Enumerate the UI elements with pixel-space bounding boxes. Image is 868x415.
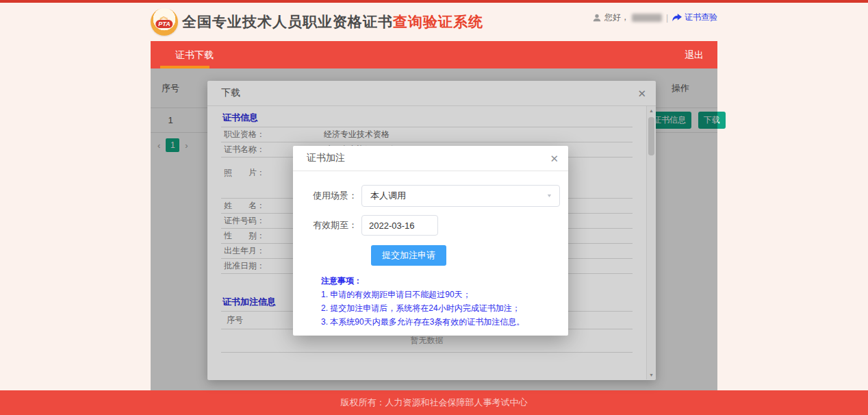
annotation-modal-body: 使用场景： 本人调用 ▼ 有效期至： 提交加注申请 注意事项： 1. 申请的有效… <box>293 171 568 329</box>
user-icon <box>592 13 602 23</box>
redacted-username <box>632 14 662 22</box>
main-navbar: 证书下载 退出 <box>151 41 717 68</box>
scene-label: 使用场景： <box>303 190 357 202</box>
expiry-form-row: 有效期至： <box>303 215 560 236</box>
share-arrow-icon <box>672 13 682 22</box>
note-line-3: 3. 本系统90天内最多允许存在3条有效的证书加注信息。 <box>321 315 560 329</box>
content-area: 序号 操作 1 证书信息 下载 ‹ 1 › 下载 ✕ ▲ ▼ 证书信息 <box>151 68 717 390</box>
chevron-down-icon: ▼ <box>546 193 552 199</box>
userbar-divider: | <box>666 13 668 23</box>
tab-certificate-download[interactable]: 证书下载 <box>160 41 229 68</box>
annotation-modal: 证书加注 ✕ 使用场景： 本人调用 ▼ 有效期至： 提交加注申请 注意事项： 1… <box>293 146 568 336</box>
notes-title: 注意事项： <box>321 274 560 288</box>
submit-annotation-button[interactable]: 提交加注申请 <box>371 245 446 266</box>
scene-form-row: 使用场景： 本人调用 ▼ <box>303 185 560 207</box>
user-bar: 您好， | 证书查验 <box>592 12 717 23</box>
page-title-accent: 查询验证系统 <box>393 14 483 29</box>
logo-flame-icon: ︽ <box>159 11 169 21</box>
notes-block: 注意事项： 1. 申请的有效期距申请日不能超过90天； 2. 提交加注申请后，系… <box>321 274 560 329</box>
certificate-verify-link[interactable]: 证书查验 <box>672 12 717 23</box>
note-line-2: 2. 提交加注申请后，系统将在24小时内完成证书加注； <box>321 301 560 315</box>
page-title-main: 全国专业技术人员职业资格证书 <box>182 14 393 29</box>
logout-button[interactable]: 退出 <box>685 41 704 68</box>
annotation-modal-header: 证书加注 ✕ <box>293 146 568 171</box>
page-footer: 版权所有：人力资源和社会保障部人事考试中心 <box>0 390 868 415</box>
usage-scene-value: 本人调用 <box>370 190 406 202</box>
expiry-label: 有效期至： <box>303 219 357 231</box>
logo-text: PTA <box>155 20 173 28</box>
note-line-1: 1. 申请的有效期距申请日不能超过90天； <box>321 288 560 301</box>
verify-link-label: 证书查验 <box>685 12 717 23</box>
copyright-text: 版权所有：人力资源和社会保障部人事考试中心 <box>341 397 528 409</box>
greeting-text: 您好， <box>604 12 629 23</box>
pta-logo: ︽ PTA <box>151 8 178 36</box>
expiry-date-input[interactable] <box>361 215 438 236</box>
annotation-modal-close-icon[interactable]: ✕ <box>550 153 559 164</box>
usage-scene-select[interactable]: 本人调用 ▼ <box>361 185 560 207</box>
page-title: 全国专业技术人员职业资格证书查询验证系统 <box>182 12 483 32</box>
annotation-modal-title: 证书加注 <box>307 152 345 164</box>
